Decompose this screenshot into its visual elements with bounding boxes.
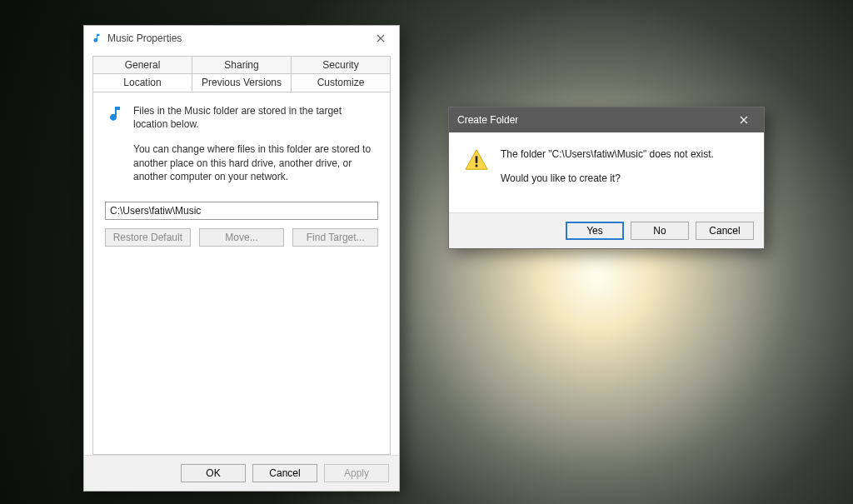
tab-location[interactable]: Location: [92, 73, 192, 92]
svg-rect-1: [476, 165, 478, 167]
move-button[interactable]: Move...: [199, 228, 285, 247]
music-properties-dialog: Music Properties General Sharing Securit…: [83, 25, 400, 492]
location-panel: Files in the Music folder are stored in …: [92, 92, 391, 455]
confirm-message-line2: Would you like to create it?: [501, 172, 714, 186]
confirm-titlebar[interactable]: Create Folder: [449, 107, 764, 132]
location-intro-text: Files in the Music folder are stored in …: [133, 104, 378, 131]
properties-title: Music Properties: [107, 32, 182, 44]
apply-button[interactable]: Apply: [324, 464, 389, 482]
find-target-button[interactable]: Find Target...: [292, 228, 378, 247]
tab-strip: General Sharing Security Location Previo…: [84, 51, 399, 92]
music-note-icon: [105, 104, 125, 124]
close-icon[interactable]: [732, 111, 756, 129]
tab-customize[interactable]: Customize: [292, 73, 391, 92]
confirm-footer: Yes No Cancel: [449, 212, 764, 248]
tab-general[interactable]: General: [92, 56, 192, 73]
location-explain-text: You can change where files in this folde…: [133, 142, 378, 183]
location-path-input[interactable]: [105, 202, 378, 220]
no-button[interactable]: No: [631, 222, 689, 240]
warning-icon: [464, 147, 489, 196]
cancel-button[interactable]: Cancel: [696, 222, 754, 240]
cancel-button[interactable]: Cancel: [252, 464, 317, 482]
tab-previous-versions[interactable]: Previous Versions: [192, 73, 292, 92]
close-icon[interactable]: [369, 29, 392, 47]
music-note-icon: [91, 32, 102, 44]
properties-footer: OK Cancel Apply: [84, 455, 399, 491]
ok-button[interactable]: OK: [181, 464, 246, 482]
restore-default-button[interactable]: Restore Default: [105, 228, 191, 247]
properties-titlebar[interactable]: Music Properties: [84, 26, 399, 51]
confirm-title: Create Folder: [457, 114, 518, 126]
tab-sharing[interactable]: Sharing: [192, 56, 292, 73]
confirm-message-line1: The folder "C:\Users\fatiw\Music" does n…: [501, 147, 714, 162]
yes-button[interactable]: Yes: [566, 222, 624, 240]
create-folder-dialog: Create Folder The folder "C:\Users\fatiw…: [448, 107, 765, 249]
svg-rect-0: [476, 156, 478, 162]
tab-security[interactable]: Security: [292, 56, 391, 73]
